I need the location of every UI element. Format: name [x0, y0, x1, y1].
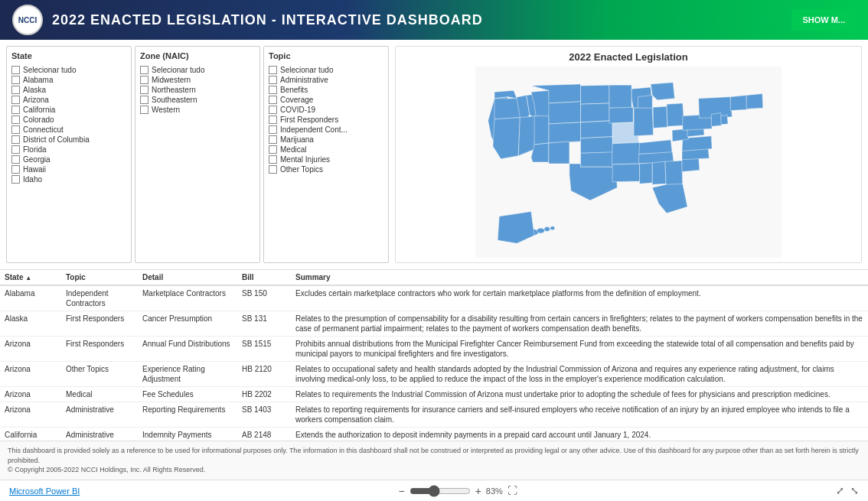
filter-checkbox[interactable]: [11, 145, 20, 154]
topic-filter-item[interactable]: Benefits: [269, 85, 383, 95]
state-filter-item[interactable]: Connecticut: [11, 125, 126, 135]
state-filter-item[interactable]: Idaho: [11, 174, 126, 184]
cell-topic: First Responders: [61, 311, 138, 337]
zoom-out-button[interactable]: −: [398, 485, 404, 497]
state-filter-item[interactable]: Alabama: [11, 75, 126, 85]
table-row[interactable]: Arizona Other Topics Experience Rating A…: [0, 362, 868, 387]
svg-marker-14: [549, 141, 569, 163]
filter-checkbox[interactable]: [140, 66, 148, 74]
filter-checkbox[interactable]: [269, 76, 277, 84]
table-row[interactable]: Arizona First Responders Annual Fund Dis…: [0, 337, 868, 362]
svg-marker-41: [672, 129, 688, 142]
zoom-slider[interactable]: [410, 485, 471, 497]
filter-checkbox[interactable]: [269, 86, 277, 94]
topic-filter-item[interactable]: Other Topics: [269, 164, 383, 174]
state-filter-item[interactable]: Arizona: [11, 95, 126, 105]
filter-checkbox[interactable]: [11, 96, 20, 104]
state-filter-item[interactable]: District of Columbia: [11, 135, 126, 145]
powerbi-link[interactable]: Microsoft Power BI: [9, 486, 80, 496]
filter-checkbox[interactable]: [11, 106, 20, 114]
filter-label: Selecionar tudo: [152, 66, 205, 74]
zone-filter-item[interactable]: Southeastern: [140, 95, 255, 105]
state-filter-item[interactable]: Selecionar tudo: [11, 65, 126, 75]
svg-marker-12: [534, 115, 549, 145]
cell-detail: Cancer Presumption: [138, 311, 237, 337]
filter-checkbox[interactable]: [269, 155, 277, 164]
filter-checkbox[interactable]: [11, 175, 20, 184]
state-filter-list: Selecionar tudoAlabamaAlaskaArizonaCalif…: [11, 65, 126, 184]
state-filter-item[interactable]: Hawaii: [11, 164, 126, 174]
zone-filter-item[interactable]: Western: [140, 105, 255, 115]
show-more-button[interactable]: SHOW M...: [791, 9, 856, 31]
cell-summary: Relates to requirements the Industrial C…: [291, 387, 868, 402]
topic-filter-item[interactable]: Independent Cont...: [269, 125, 383, 135]
cell-bill: SB 131: [237, 311, 291, 337]
col-header-detail[interactable]: Detail: [138, 270, 237, 285]
filter-checkbox[interactable]: [269, 96, 277, 104]
col-header-summary[interactable]: Summary: [291, 270, 868, 285]
filter-checkbox[interactable]: [11, 135, 20, 144]
filter-checkbox[interactable]: [269, 106, 277, 114]
zone-filter-item[interactable]: Selecionar tudo: [140, 65, 255, 75]
zone-filter-item[interactable]: Northeastern: [140, 85, 255, 95]
cell-topic: Independent Contractors: [61, 285, 138, 311]
filter-label: COVID-19: [280, 106, 315, 114]
topic-filter-item[interactable]: Coverage: [269, 95, 383, 105]
filter-checkbox[interactable]: [140, 96, 148, 104]
topic-filter-item[interactable]: Medical: [269, 145, 383, 155]
filter-checkbox[interactable]: [11, 66, 20, 74]
topic-filter-item[interactable]: Administrative: [269, 75, 383, 85]
topic-filter-item[interactable]: COVID-19: [269, 105, 383, 115]
topic-filter-item[interactable]: Mental Injuries: [269, 155, 383, 164]
col-header-bill[interactable]: Bill: [237, 270, 291, 285]
svg-marker-29: [667, 102, 684, 125]
filter-checkbox[interactable]: [11, 76, 20, 84]
topic-filter-item[interactable]: Selecionar tudo: [269, 65, 383, 75]
zone-filter-title: Zone (NAIC): [140, 51, 255, 60]
fullscreen-icon[interactable]: ⛶: [507, 485, 517, 496]
filter-checkbox[interactable]: [140, 106, 148, 114]
filter-checkbox[interactable]: [269, 125, 277, 134]
state-filter-item[interactable]: California: [11, 105, 126, 115]
cell-summary: Relates to occupational safety and healt…: [291, 362, 868, 387]
state-filter-item[interactable]: Colorado: [11, 115, 126, 125]
svg-marker-45: [711, 112, 721, 126]
topic-filter-item[interactable]: First Responders: [269, 115, 383, 125]
share-icon[interactable]: ⤢: [836, 485, 844, 496]
zone-filter-item[interactable]: Midwestern: [140, 75, 255, 85]
col-header-topic[interactable]: Topic: [61, 270, 138, 285]
filter-checkbox[interactable]: [269, 135, 277, 144]
state-filter-item[interactable]: Georgia: [11, 155, 126, 164]
filter-checkbox[interactable]: [269, 165, 277, 174]
filter-checkbox[interactable]: [269, 115, 277, 124]
state-filter-item[interactable]: Florida: [11, 145, 126, 155]
filter-checkbox[interactable]: [11, 165, 20, 174]
table-row[interactable]: Arizona Medical Fee Schedules HB 2202 Re…: [0, 387, 868, 402]
table-row[interactable]: California Administrative Indemnity Paym…: [0, 428, 868, 441]
state-filter-item[interactable]: Alaska: [11, 85, 126, 95]
filter-checkbox[interactable]: [269, 145, 277, 154]
map-area: 2022 Enacted Legislation: [395, 46, 862, 263]
top-section: State Selecionar tudoAlabamaAlaskaArizon…: [0, 40, 868, 269]
filter-checkbox[interactable]: [269, 66, 277, 74]
filter-label: District of Columbia: [23, 135, 90, 144]
cell-summary: Excludes certain marketplace contractors…: [291, 285, 868, 311]
col-header-state[interactable]: State ▲: [0, 270, 61, 285]
table-row[interactable]: Arizona Administrative Reporting Require…: [0, 402, 868, 428]
table-row[interactable]: Alabama Independent Contractors Marketpl…: [0, 285, 868, 311]
us-map[interactable]: [400, 66, 857, 258]
expand-icon[interactable]: ⤡: [850, 485, 859, 496]
table-wrapper[interactable]: State ▲ Topic Detail Bill Summary Alabam…: [0, 270, 868, 441]
topic-filter-item[interactable]: Marijuana: [269, 135, 383, 145]
filter-checkbox[interactable]: [11, 125, 20, 134]
zoom-in-button[interactable]: +: [475, 485, 481, 497]
filter-checkbox[interactable]: [11, 86, 20, 94]
cell-state: California: [0, 428, 61, 441]
cell-topic: Medical: [61, 387, 138, 402]
filter-checkbox[interactable]: [140, 76, 148, 84]
filter-checkbox[interactable]: [11, 115, 20, 124]
table-row[interactable]: Alaska First Responders Cancer Presumpti…: [0, 311, 868, 337]
filter-checkbox[interactable]: [11, 155, 20, 164]
filter-checkbox[interactable]: [140, 86, 148, 94]
svg-marker-47: [746, 93, 763, 109]
